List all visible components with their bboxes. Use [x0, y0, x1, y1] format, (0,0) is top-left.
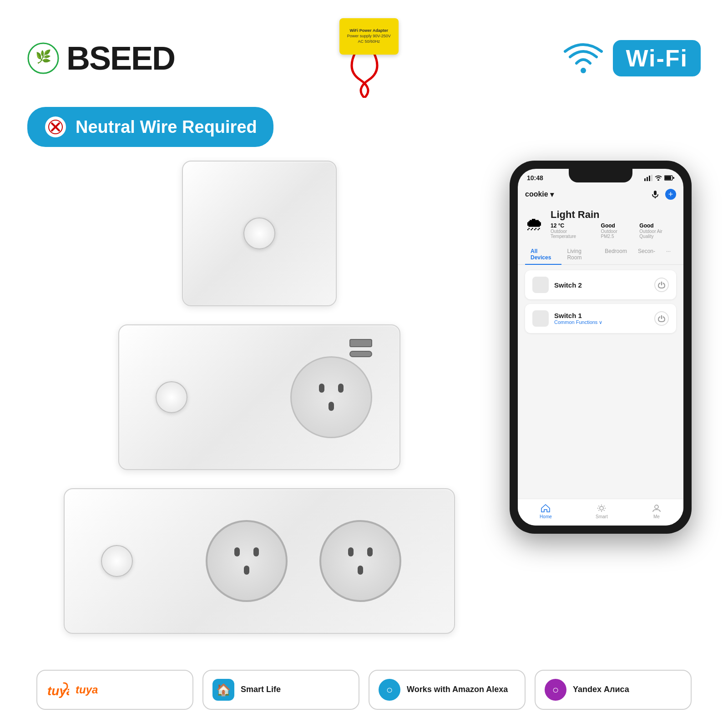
red-wire-icon — [342, 52, 396, 98]
content-area: 10:48 — [27, 161, 701, 656]
socket-hole-ground-3 — [358, 566, 363, 575]
tab-all-devices[interactable]: All Devices — [525, 244, 561, 264]
touch-button-1 — [243, 217, 275, 249]
socket-top-holes — [319, 384, 344, 393]
alexa-label: Works with Amazon Alexa — [407, 684, 508, 695]
power-button-switch1[interactable] — [654, 311, 669, 326]
phone-screen: 10:48 — [518, 169, 683, 526]
power-icon-switch1 — [658, 315, 665, 322]
smart-icon — [597, 504, 607, 513]
adapter-area: WiFi Power AdapterPower supply 90V-250VA… — [339, 18, 399, 98]
app-header: cookie ▾ + — [518, 185, 683, 203]
logo-area: 🌿 BSEED — [27, 40, 175, 77]
socket-holes-3 — [348, 547, 373, 575]
tab-living-room[interactable]: Living Room — [561, 244, 599, 264]
app-user: cookie ▾ — [525, 190, 554, 199]
socket-holes-1 — [319, 384, 344, 411]
home-icon — [541, 504, 551, 513]
device-item-switch1: Switch 1 Common Functions ∨ — [525, 304, 676, 333]
main-container: 🌿 BSEED WiFi Power AdapterPower supply 9… — [0, 0, 728, 728]
socket-hole-left-2 — [234, 547, 240, 556]
svg-point-10 — [657, 179, 659, 181]
brand-name: BSEED — [66, 40, 175, 77]
device-list: Switch 2 S — [518, 265, 683, 339]
smart-life-label: Smart Life — [241, 684, 281, 695]
socket-holes-2 — [234, 547, 259, 575]
svg-text:tuya: tuya — [47, 684, 69, 698]
svg-rect-14 — [654, 191, 657, 195]
device-sub-switch1[interactable]: Common Functions ∨ — [554, 319, 649, 325]
device-tabs: All Devices Living Room Bedroom Secon- ·… — [518, 244, 683, 265]
badge-alexa: ○ Works with Amazon Alexa — [369, 670, 526, 710]
nav-me-label: Me — [653, 514, 660, 519]
wifi-area: Wi-Fi — [563, 40, 701, 76]
neutral-wire-badge: Neutral Wire Required — [27, 107, 273, 147]
switch-socket-usb-panel — [118, 324, 400, 470]
username: cookie — [525, 190, 548, 198]
switch-row-1 — [27, 161, 491, 306]
socket-top-holes-2 — [234, 547, 259, 556]
nav-home[interactable]: Home — [540, 504, 552, 519]
weather-pm25: Good Outdoor PM2.5 — [601, 222, 631, 239]
wifi-status-icon — [655, 175, 662, 181]
device-item-switch2: Switch 2 — [525, 270, 676, 299]
badge-tuya: tuya tuya — [36, 670, 193, 710]
svg-point-16 — [600, 506, 603, 510]
tuya-label: tuya — [76, 682, 98, 697]
nav-smart[interactable]: Smart — [596, 504, 608, 519]
socket-hole-right — [338, 384, 344, 393]
svg-rect-12 — [665, 176, 671, 180]
me-icon — [652, 504, 662, 513]
usb-c-port — [349, 351, 372, 357]
touch-button-3 — [101, 545, 133, 577]
svg-text:🌿: 🌿 — [35, 49, 51, 64]
weather-air: Good Outdoor Air Quality — [639, 222, 676, 239]
device-info-switch1: Switch 1 Common Functions ∨ — [554, 312, 649, 325]
switch-row-2 — [27, 324, 491, 470]
power-button-switch2[interactable] — [654, 278, 669, 292]
wide-switch-panel — [64, 488, 455, 634]
mic-icon — [651, 190, 660, 199]
device-info-switch2: Switch 2 — [554, 281, 649, 289]
chevron-down-icon: ▾ — [550, 190, 554, 199]
phone-area: 10:48 — [510, 161, 701, 656]
eu-socket-2 — [206, 520, 288, 602]
eu-socket-3 — [319, 520, 401, 602]
tab-bedroom[interactable]: Bedroom — [599, 244, 632, 264]
svg-point-2 — [581, 68, 586, 73]
socket-hole-right-3 — [367, 547, 373, 556]
tuya-icon: tuya — [46, 681, 69, 699]
products-area — [27, 161, 491, 656]
nav-home-label: Home — [540, 514, 552, 519]
phone-notch — [569, 169, 632, 182]
single-switch-panel — [182, 161, 337, 306]
touch-button-2 — [156, 381, 187, 413]
app-header-icons: + — [651, 189, 676, 200]
svg-rect-6 — [644, 178, 646, 181]
socket-hole-left-3 — [348, 547, 354, 556]
add-icon[interactable]: + — [665, 189, 676, 200]
socket-hole-ground — [329, 402, 334, 411]
device-icon-switch2 — [532, 277, 549, 293]
socket-hole-left — [319, 384, 324, 393]
tab-more[interactable]: ··· — [661, 244, 676, 264]
smart-life-icon: 🏠 — [212, 679, 234, 701]
status-time: 10:48 — [527, 174, 543, 182]
svg-point-17 — [655, 505, 658, 509]
signal-icon — [644, 175, 652, 181]
device-icon-switch1 — [532, 310, 549, 327]
tab-second[interactable]: Secon- — [632, 244, 661, 264]
header: 🌿 BSEED WiFi Power AdapterPower supply 9… — [27, 18, 701, 98]
neutral-wire-text: Neutral Wire Required — [76, 117, 257, 137]
yandex-label: Yandex Алиса — [573, 684, 629, 695]
power-icon-switch2 — [658, 281, 665, 288]
bottom-badges: tuya tuya 🏠 Smart Life ○ Works with Amaz… — [27, 670, 701, 710]
svg-rect-7 — [647, 177, 648, 181]
weather-section: 🌧 Light Rain 12 °C Outdoor Temperature G… — [518, 203, 683, 244]
nav-me[interactable]: Me — [652, 504, 662, 519]
socket-hole-right-2 — [253, 547, 259, 556]
device-name-switch1: Switch 1 — [554, 312, 649, 319]
svg-rect-9 — [651, 175, 652, 181]
yandex-icon: ○ — [545, 679, 566, 701]
weather-condition: Light Rain — [551, 209, 676, 221]
